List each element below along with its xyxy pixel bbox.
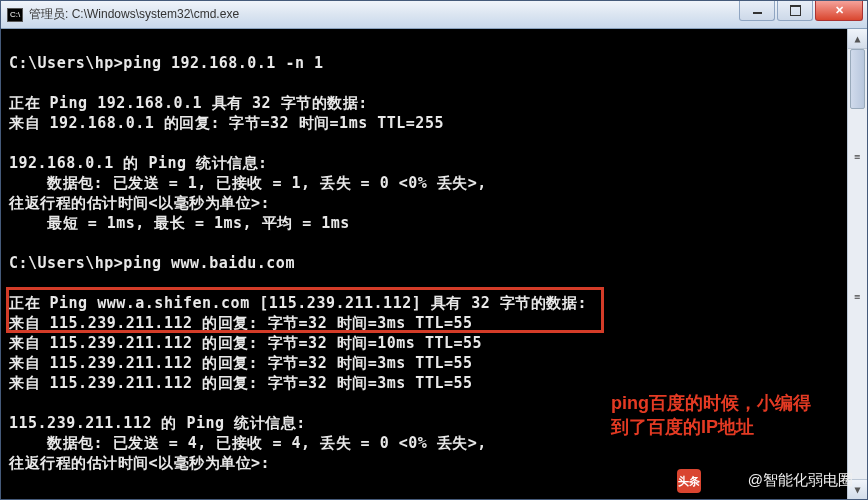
close-button[interactable] (815, 1, 863, 21)
vertical-scrollbar[interactable]: ▲ ≡ ≡ ▼ (847, 29, 867, 499)
window-title: 管理员: C:\Windows\system32\cmd.exe (29, 6, 739, 23)
minimize-button[interactable] (739, 1, 775, 21)
scroll-mark-icon: ≡ (843, 289, 868, 303)
watermark-logo: 头条 (677, 469, 701, 493)
scroll-mark-icon: ≡ (843, 149, 868, 163)
cmd-icon: C:\ (7, 8, 23, 22)
annotation-text: ping百度的时候，小编得 到了百度的IP地址 (611, 391, 811, 439)
annotation-line: ping百度的时候，小编得 (611, 391, 811, 415)
scroll-thumb[interactable] (850, 49, 865, 109)
maximize-button[interactable] (777, 1, 813, 21)
titlebar[interactable]: C:\ 管理员: C:\Windows\system32\cmd.exe (1, 1, 867, 29)
scroll-up-button[interactable]: ▲ (848, 29, 867, 49)
window-buttons (739, 1, 867, 28)
watermark-text: @智能化弱电圈 (748, 471, 853, 490)
annotation-line: 到了百度的IP地址 (611, 415, 811, 439)
cmd-window: C:\ 管理员: C:\Windows\system32\cmd.exe C:\… (0, 0, 868, 500)
